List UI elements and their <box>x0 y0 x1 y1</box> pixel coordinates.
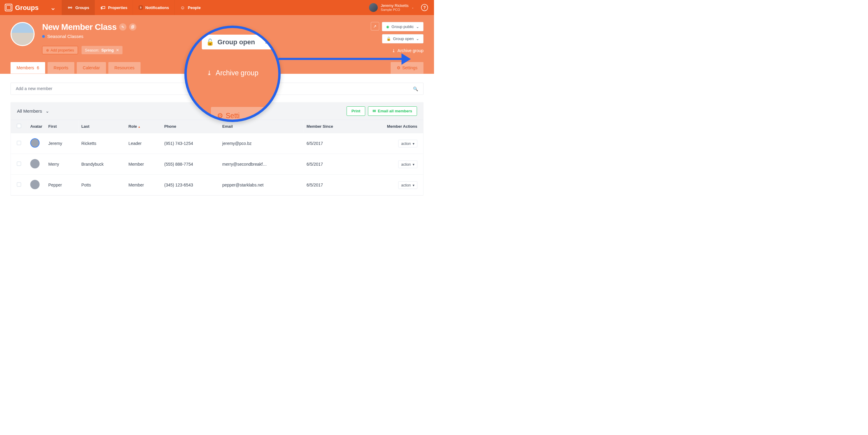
col-first[interactable]: First <box>45 120 79 133</box>
filter-text: All Members <box>17 109 42 114</box>
label: Setti <box>226 112 240 120</box>
group-open-button[interactable]: 🔓 Group open ⌄ <box>382 34 424 44</box>
col-since[interactable]: Member Since <box>304 120 358 133</box>
nav-label: People <box>188 5 201 10</box>
edit-icon[interactable]: ✎ <box>119 23 126 30</box>
cell-email: pepper@starklabs.net <box>219 175 304 196</box>
row-checkbox[interactable] <box>17 182 21 187</box>
col-phone[interactable]: Phone <box>161 120 219 133</box>
chevron-down-icon: ⌄ <box>416 36 419 41</box>
status-dot <box>42 35 45 38</box>
archive-group-link[interactable]: ⤓ Archive group <box>392 48 424 53</box>
col-avatar[interactable]: Avatar <box>27 120 45 133</box>
gear-icon: ⚙ <box>217 112 223 120</box>
cell-first: Merry <box>45 154 79 175</box>
filter-dropdown[interactable]: All Members ⌄ <box>17 109 49 114</box>
action-button[interactable]: action ▾ <box>398 181 417 189</box>
user-name: Jeremy Ricketts <box>381 3 408 8</box>
gear-icon: ⚙ <box>397 65 401 70</box>
brand-text: Groups <box>15 4 38 11</box>
close-icon[interactable]: ✕ <box>116 48 119 53</box>
tag-label: Season: <box>85 48 99 53</box>
brand[interactable]: Groups ⌄ <box>0 4 62 11</box>
tab-resources[interactable]: Resources <box>108 62 141 74</box>
col-last[interactable]: Last <box>78 120 125 133</box>
cell-phone: (555) 888-7754 <box>161 154 219 175</box>
add-props-label: Add properties <box>51 48 74 52</box>
eye-icon: ◉ <box>386 24 390 29</box>
cell-last: Potts <box>78 175 125 196</box>
groups-icon: ⚯ <box>67 5 73 10</box>
email-all-button[interactable]: ✉ Email all members <box>368 106 417 116</box>
avatar[interactable] <box>30 138 40 148</box>
tag-value: Spring <box>101 48 114 53</box>
brand-icon <box>5 4 12 11</box>
row-checkbox[interactable] <box>17 141 21 145</box>
tab-settings[interactable]: ⚙ Settings <box>391 62 424 74</box>
user-menu[interactable]: Jeremy Ricketts Sample PCO ⌄ ? <box>363 3 434 12</box>
label: Archive group <box>398 48 424 53</box>
unlock-icon: 🔓 <box>206 38 214 46</box>
chevron-down-icon[interactable]: ⌄ <box>50 4 56 11</box>
cell-last: Ricketts <box>78 133 125 154</box>
nav-label: Notifications <box>145 5 169 10</box>
chevron-down-icon: ⌄ <box>45 109 49 114</box>
cell-last: Brandybuck <box>78 154 125 175</box>
avatar[interactable] <box>30 159 40 168</box>
nav-people[interactable]: ☺ People <box>174 0 206 15</box>
table-header-row: Avatar First Last Role▲ Phone Email Memb… <box>11 120 424 133</box>
cell-since: 6/5/2017 <box>304 154 358 175</box>
cell-phone: (345) 123-6543 <box>161 175 219 196</box>
select-all-checkbox[interactable] <box>17 124 21 128</box>
nav-label: Properties <box>108 5 127 10</box>
search-icon[interactable]: 🔍 <box>413 86 418 91</box>
cell-phone: (951) 743-1254 <box>161 133 219 154</box>
tab-members[interactable]: Members 6 <box>10 62 45 74</box>
group-image[interactable] <box>10 22 35 46</box>
external-link-icon[interactable]: ↗ <box>371 22 379 30</box>
label: Group open <box>218 38 255 46</box>
top-nav: Groups ⌄ ⚯ Groups 🏷 Properties 3 Notific… <box>0 0 434 15</box>
nav-groups[interactable]: ⚯ Groups <box>62 0 95 15</box>
cell-email: merry@secondbreakf… <box>219 154 304 175</box>
row-checkbox[interactable] <box>17 162 21 166</box>
nav-notifications[interactable]: 3 Notifications <box>133 0 174 15</box>
add-properties-button[interactable]: ⊕ Add properties <box>42 46 78 55</box>
nav-properties[interactable]: 🏷 Properties <box>94 0 133 15</box>
caret-down-icon: ▾ <box>413 141 414 145</box>
chevron-down-icon: ⌄ <box>412 6 414 9</box>
tab-reports[interactable]: Reports <box>48 62 74 74</box>
caret-down-icon: ▾ <box>413 162 414 166</box>
avatar <box>369 3 378 12</box>
label: Archive group <box>216 69 258 77</box>
mag-archive: ⤓ Archive group <box>187 69 278 77</box>
tab-calendar[interactable]: Calendar <box>77 62 106 74</box>
nav-label: Groups <box>75 5 89 10</box>
notification-badge: 3 <box>138 5 143 10</box>
help-icon[interactable]: ? <box>421 4 428 11</box>
magnifier-callout: 🔓 Group open ⌄ ⤓ Archive group ⚙ Setti <box>185 26 281 122</box>
cell-role: Member <box>125 154 161 175</box>
col-role[interactable]: Role▲ <box>125 120 161 133</box>
cell-since: 6/5/2017 <box>304 133 358 154</box>
mag-group-open: 🔓 Group open ⌄ <box>202 35 272 50</box>
action-button[interactable]: action ▾ <box>398 161 417 168</box>
print-button[interactable]: Print <box>347 106 365 116</box>
col-actions: Member Actions <box>358 120 424 133</box>
property-tag[interactable]: Season: Spring ✕ <box>82 46 123 55</box>
label: Group open <box>393 36 414 41</box>
plus-icon: ⊕ <box>46 48 49 52</box>
archive-icon: ⤓ <box>207 69 212 76</box>
cell-first: Jeremy <box>45 133 79 154</box>
group-public-button[interactable]: ◉ Group public ⌄ <box>382 22 424 31</box>
table-row: PepperPottsMember(345) 123-6543pepper@st… <box>11 175 424 196</box>
action-button[interactable]: action ▾ <box>398 140 417 147</box>
nav-items: ⚯ Groups 🏷 Properties 3 Notifications ☺ … <box>62 0 206 15</box>
archive-icon: ⤓ <box>392 48 396 53</box>
cell-email: jeremy@pco.bz <box>219 133 304 154</box>
caret-down-icon: ▾ <box>413 183 414 187</box>
avatar[interactable] <box>30 180 40 189</box>
tab-label: Settings <box>402 65 417 70</box>
table-row: JeremyRickettsLeader(951) 743-1254jeremy… <box>11 133 424 154</box>
note-icon[interactable]: 🗐 <box>129 23 136 30</box>
